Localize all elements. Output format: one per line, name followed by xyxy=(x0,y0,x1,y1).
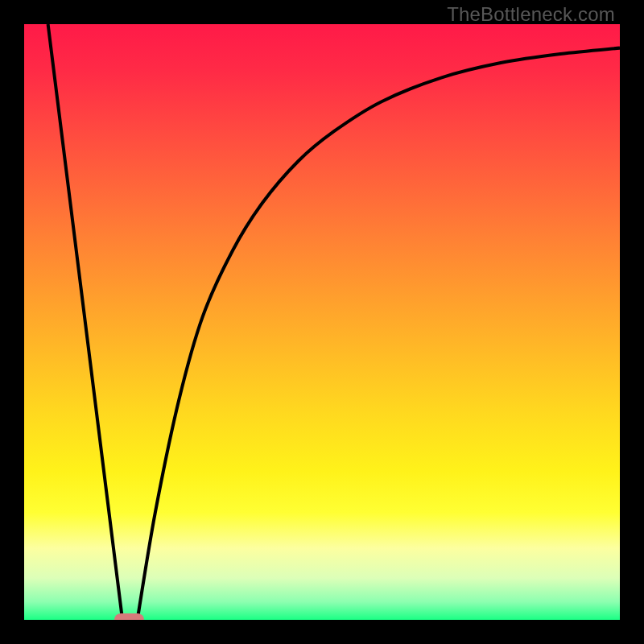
curve-layer xyxy=(24,24,620,620)
right-curve-path xyxy=(138,48,620,620)
bottleneck-marker xyxy=(114,613,144,620)
plot-area xyxy=(24,24,620,620)
chart-frame: TheBottleneck.com xyxy=(0,0,644,644)
watermark-label: TheBottleneck.com xyxy=(447,3,615,26)
left-line-path xyxy=(48,24,123,620)
